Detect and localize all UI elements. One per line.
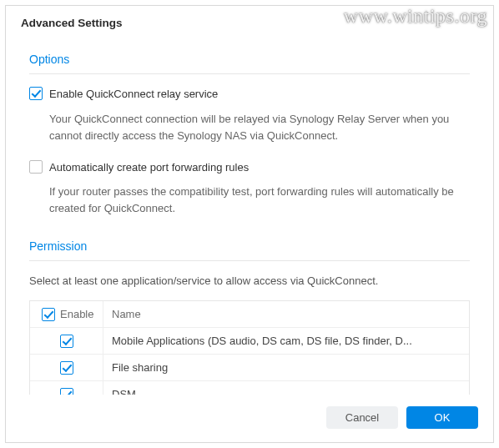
permission-intro: Select at least one application/service … bbox=[29, 273, 470, 289]
enable-relay-label: Enable QuickConnect relay service bbox=[49, 86, 218, 103]
window-title: Advanced Settings bbox=[6, 6, 493, 38]
table-row[interactable]: Mobile Applications (DS audio, DS cam, D… bbox=[30, 328, 469, 355]
permission-table-header: Enable Name bbox=[30, 301, 469, 328]
dialog-window: Advanced Settings Options Enable QuickCo… bbox=[5, 5, 494, 443]
auto-portfw-checkbox[interactable] bbox=[29, 160, 43, 174]
enable-all-checkbox[interactable] bbox=[42, 308, 55, 321]
row-name-cell: DSM bbox=[103, 386, 469, 395]
options-section-header: Options bbox=[29, 46, 470, 74]
ok-button[interactable]: OK bbox=[406, 406, 478, 429]
auto-portfw-desc: If your router passes the compatibility … bbox=[49, 184, 470, 217]
enable-relay-checkbox[interactable] bbox=[29, 87, 43, 100]
row-name-cell: File sharing bbox=[103, 360, 469, 376]
row-name-cell: Mobile Applications (DS audio, DS cam, D… bbox=[103, 333, 469, 350]
table-row[interactable]: File sharing bbox=[30, 355, 469, 381]
row-checkbox[interactable] bbox=[60, 335, 73, 348]
dialog-content: Options Enable QuickConnect relay servic… bbox=[6, 38, 493, 395]
row-enable-cell[interactable] bbox=[30, 381, 103, 395]
table-row[interactable]: DSM bbox=[30, 381, 469, 395]
enable-column-label: Enable bbox=[60, 306, 93, 323]
dialog-footer: Cancel OK bbox=[6, 395, 493, 442]
enable-relay-desc: Your QuickConnect connection will be rel… bbox=[49, 111, 470, 144]
row-enable-cell[interactable] bbox=[30, 355, 103, 380]
permission-table: Enable Name Mobile Applications (DS audi… bbox=[29, 300, 470, 395]
permission-section-header: Permission bbox=[29, 233, 470, 261]
name-column-header: Name bbox=[103, 306, 469, 323]
auto-portfw-label: Automatically create port forwarding rul… bbox=[49, 159, 249, 176]
enable-column-header[interactable]: Enable bbox=[30, 301, 103, 327]
auto-portfw-row[interactable]: Automatically create port forwarding rul… bbox=[29, 159, 470, 176]
row-enable-cell[interactable] bbox=[30, 328, 103, 354]
cancel-button[interactable]: Cancel bbox=[326, 406, 398, 429]
enable-relay-row[interactable]: Enable QuickConnect relay service bbox=[29, 86, 470, 103]
row-checkbox[interactable] bbox=[60, 388, 73, 395]
row-checkbox[interactable] bbox=[60, 361, 73, 375]
